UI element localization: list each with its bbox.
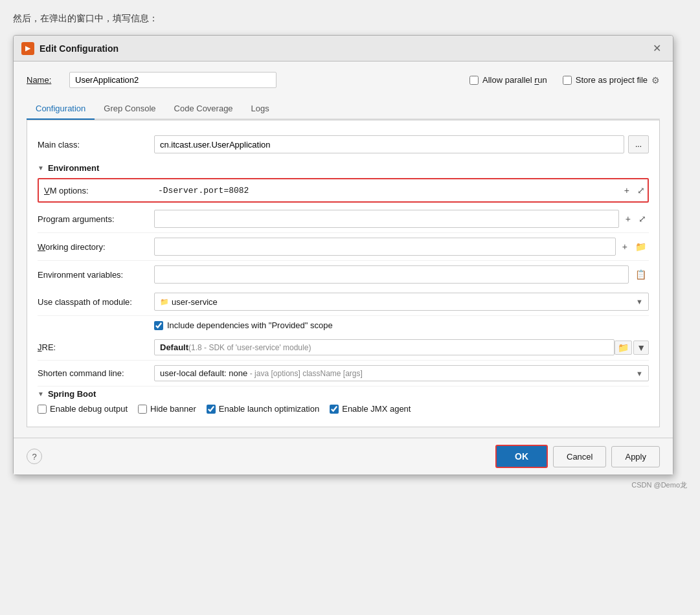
cancel-button[interactable]: Cancel bbox=[553, 446, 606, 467]
store-as-project-label: Store as project file bbox=[576, 75, 648, 85]
dialog-app-icon: ▶ bbox=[21, 42, 34, 55]
tab-configuration[interactable]: Configuration bbox=[27, 98, 95, 120]
edit-configuration-dialog: ▶ Edit Configuration ✕ Name: Allow paral… bbox=[13, 35, 673, 475]
tabs-bar: Configuration Grep Console Code Coverage… bbox=[27, 98, 660, 120]
jre-folder-button[interactable]: 📁 bbox=[615, 341, 632, 355]
shorten-command-line-row: Shorten command line: user-local default… bbox=[38, 361, 649, 386]
vm-options-label: VM options: bbox=[39, 186, 155, 196]
help-button[interactable]: ? bbox=[27, 449, 42, 464]
working-directory-actions: + 📁 bbox=[620, 240, 649, 253]
allow-parallel-group: Allow parallel r̲un bbox=[469, 75, 547, 85]
working-directory-input[interactable] bbox=[154, 238, 616, 256]
environment-collapse-icon: ▼ bbox=[38, 164, 44, 172]
classpath-row: Use classpath of module: 📁 user-service … bbox=[38, 288, 649, 316]
shorten-dropdown-value: user-local default: none - java [options… bbox=[160, 368, 363, 378]
spring-boot-checkboxes: Enable debug output Hide banner Enable l… bbox=[38, 401, 649, 416]
watermark: CSDN @Demo龙 bbox=[13, 480, 687, 490]
classpath-dropdown[interactable]: 📁 user-service ▼ bbox=[154, 293, 649, 311]
program-arguments-add-button[interactable]: + bbox=[623, 212, 633, 225]
name-row: Name: Allow parallel r̲un Store as proje… bbox=[27, 72, 660, 88]
name-input[interactable] bbox=[69, 72, 277, 88]
include-deps-label: Include dependencies with "Provided" sco… bbox=[167, 320, 333, 330]
working-directory-row: Working directory: + 📁 bbox=[38, 233, 649, 261]
close-button[interactable]: ✕ bbox=[649, 41, 665, 56]
dialog-titlebar: ▶ Edit Configuration ✕ bbox=[14, 36, 673, 62]
hide-banner-checkbox[interactable] bbox=[138, 405, 147, 414]
enable-launch-checkbox[interactable] bbox=[207, 405, 216, 414]
enable-launch-label: Enable launch optimization bbox=[219, 404, 319, 414]
environment-label: Environment bbox=[48, 163, 99, 173]
spring-boot-section-header[interactable]: ▼ Spring Boot bbox=[38, 386, 649, 401]
hide-banner-item: Hide banner bbox=[138, 404, 196, 414]
footer-buttons: OK Cancel Apply bbox=[495, 445, 660, 468]
main-class-input[interactable] bbox=[154, 135, 624, 153]
environment-variables-row: Environment variables: 📋 bbox=[38, 261, 649, 288]
classpath-dropdown-value: user-service bbox=[172, 297, 636, 307]
environment-variables-edit-button[interactable]: 📋 bbox=[633, 268, 649, 281]
page-intro: 然后，在弹出的窗口中，填写信息： bbox=[13, 13, 687, 25]
environment-variables-label: Environment variables: bbox=[38, 270, 154, 280]
jre-dropdown-button[interactable]: ▼ bbox=[633, 341, 649, 355]
ok-button[interactable]: OK bbox=[495, 445, 548, 468]
vm-options-input[interactable] bbox=[155, 184, 618, 197]
titlebar-left: ▶ Edit Configuration bbox=[21, 42, 119, 55]
enable-jmx-item: Enable JMX agent bbox=[330, 404, 411, 414]
program-arguments-actions: + ⤢ bbox=[623, 212, 649, 225]
working-directory-label: Working directory: bbox=[38, 242, 154, 252]
enable-launch-item: Enable launch optimization bbox=[207, 404, 319, 414]
jre-buttons: 📁 ▼ bbox=[615, 341, 649, 355]
tab-grep-console[interactable]: Grep Console bbox=[95, 98, 164, 120]
jre-row: JRE: Default (1.8 - SDK of 'user-service… bbox=[38, 335, 649, 361]
vm-options-row: VM options: + ⤢ bbox=[38, 178, 649, 203]
working-directory-add-button[interactable]: + bbox=[620, 240, 630, 253]
program-arguments-label: Program arguments: bbox=[38, 214, 154, 224]
tab-code-coverage[interactable]: Code Coverage bbox=[165, 98, 242, 120]
shorten-dropdown-arrow: ▼ bbox=[636, 370, 643, 377]
enable-debug-checkbox[interactable] bbox=[38, 405, 47, 414]
main-class-label: Main class: bbox=[38, 140, 154, 150]
dialog-footer: ? OK Cancel Apply bbox=[14, 438, 673, 475]
environment-variables-actions: 📋 bbox=[633, 268, 649, 281]
enable-jmx-label: Enable JMX agent bbox=[342, 404, 411, 414]
spring-boot-collapse-icon: ▼ bbox=[38, 390, 44, 397]
classpath-dropdown-arrow: ▼ bbox=[636, 298, 643, 306]
vm-options-add-button[interactable]: + bbox=[622, 184, 632, 197]
program-arguments-input[interactable] bbox=[154, 210, 619, 228]
hide-banner-label: Hide banner bbox=[150, 404, 196, 414]
allow-parallel-checkbox[interactable] bbox=[469, 76, 479, 85]
program-arguments-expand-button[interactable]: ⤢ bbox=[636, 212, 649, 225]
include-deps-row: Include dependencies with "Provided" sco… bbox=[38, 316, 649, 335]
shorten-command-line-label: Shorten command line: bbox=[38, 368, 154, 378]
jre-label: JRE: bbox=[38, 342, 154, 352]
name-label: Name: bbox=[27, 75, 59, 85]
store-as-project-checkbox[interactable] bbox=[563, 76, 572, 85]
jre-field: Default (1.8 - SDK of 'user-service' mod… bbox=[154, 339, 649, 355]
working-directory-folder-button[interactable]: 📁 bbox=[633, 240, 649, 253]
tab-logs[interactable]: Logs bbox=[242, 98, 278, 120]
enable-debug-label: Enable debug output bbox=[50, 404, 128, 414]
enable-jmx-checkbox[interactable] bbox=[330, 405, 339, 414]
environment-section-header[interactable]: ▼ Environment bbox=[38, 158, 649, 175]
shorten-dropdown[interactable]: user-local default: none - java [options… bbox=[154, 365, 649, 381]
config-panel: Main class: ... ▼ Environment VM options… bbox=[27, 120, 660, 427]
enable-debug-item: Enable debug output bbox=[38, 404, 128, 414]
store-as-project-group: Store as project file ⚙ bbox=[563, 75, 660, 85]
vm-options-actions: + ⤢ bbox=[622, 184, 648, 197]
jre-value-bold: Default bbox=[160, 342, 188, 352]
program-arguments-row: Program arguments: + ⤢ bbox=[38, 205, 649, 233]
dialog-title: Edit Configuration bbox=[40, 43, 119, 54]
classpath-label: Use classpath of module: bbox=[38, 297, 154, 307]
main-class-row: Main class: ... bbox=[38, 131, 649, 158]
allow-parallel-label: Allow parallel r̲un bbox=[482, 75, 547, 85]
vm-options-expand-button[interactable]: ⤢ bbox=[635, 184, 648, 197]
include-deps-checkbox[interactable] bbox=[154, 321, 163, 330]
name-checkboxes: Allow parallel r̲un Store as project fil… bbox=[469, 75, 660, 85]
spring-boot-label: Spring Boot bbox=[48, 389, 96, 399]
environment-variables-input[interactable] bbox=[154, 265, 629, 284]
dialog-body: Name: Allow parallel r̲un Store as proje… bbox=[14, 62, 673, 438]
main-class-browse-button[interactable]: ... bbox=[628, 135, 649, 153]
jre-value-muted: (1.8 - SDK of 'user-service' module) bbox=[188, 343, 311, 352]
apply-button[interactable]: Apply bbox=[611, 446, 660, 467]
gear-icon[interactable]: ⚙ bbox=[651, 75, 660, 85]
classpath-dropdown-icon: 📁 bbox=[160, 298, 169, 306]
